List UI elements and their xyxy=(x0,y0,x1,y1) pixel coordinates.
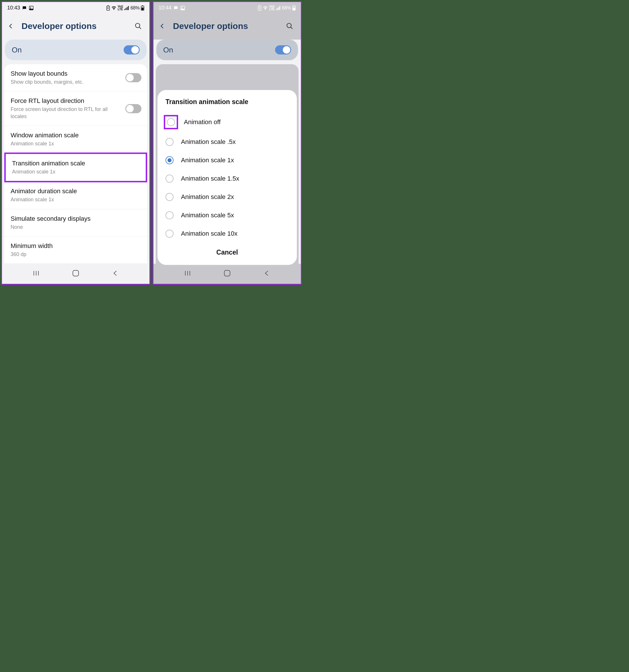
svg-point-1 xyxy=(30,7,31,8)
page-header: Developer options xyxy=(2,13,149,40)
master-toggle-row[interactable]: On xyxy=(156,40,298,60)
master-toggle-switch[interactable] xyxy=(275,45,291,54)
search-button[interactable] xyxy=(133,21,144,31)
svg-rect-9 xyxy=(142,5,143,6)
toggle-switch[interactable] xyxy=(125,73,141,82)
signal-icon xyxy=(276,6,281,10)
battery-text: 68% xyxy=(282,5,291,10)
image-icon xyxy=(29,5,34,10)
page-title: Developer options xyxy=(173,21,279,31)
svg-rect-7 xyxy=(128,6,129,10)
svg-point-17 xyxy=(182,7,182,8)
setting-sub: Animation scale 1x xyxy=(10,196,141,203)
phone-left: 10:43 Vo))LTE 68% xyxy=(1,1,150,285)
svg-rect-31 xyxy=(224,270,230,276)
master-toggle-label: On xyxy=(12,46,22,54)
chat-icon xyxy=(173,5,179,10)
status-time: 10:43 xyxy=(7,5,20,11)
radio-icon xyxy=(165,138,173,146)
battery-saver-icon xyxy=(106,5,110,10)
navigation-bar xyxy=(154,264,301,284)
radio-label: Animation scale 5x xyxy=(181,212,234,219)
home-button[interactable] xyxy=(70,269,81,278)
status-bar: 10:43 Vo))LTE 68% xyxy=(2,2,149,13)
radio-option-scale-5x[interactable]: Animation scale 5x xyxy=(164,206,290,224)
radio-label: Animation scale .5x xyxy=(181,138,236,146)
back-nav-button[interactable] xyxy=(110,269,121,278)
status-bar: 10:44 Vo))LTE 68% xyxy=(154,2,301,13)
toggle-switch[interactable] xyxy=(125,104,141,113)
setting-title: Transition animation scale xyxy=(12,160,140,167)
radio-option-animation-off[interactable]: Animation off xyxy=(164,112,290,133)
radio-option-scale-2x[interactable]: Animation scale 2x xyxy=(164,188,290,206)
setting-force-rtl[interactable]: Force RTL layout direction Force screen … xyxy=(4,92,147,126)
svg-rect-19 xyxy=(259,5,260,6)
svg-point-27 xyxy=(287,23,291,27)
back-button[interactable] xyxy=(5,21,16,31)
master-toggle-switch[interactable] xyxy=(124,45,140,54)
signal-icon xyxy=(124,6,130,10)
radio-label: Animation scale 1.5x xyxy=(181,175,239,182)
svg-point-11 xyxy=(135,23,140,27)
setting-transition-animation[interactable]: Transition animation scale Animation sca… xyxy=(4,152,147,182)
cancel-button[interactable]: Cancel xyxy=(164,243,290,259)
radio-icon xyxy=(165,211,173,219)
battery-icon xyxy=(141,5,144,10)
radio-option-scale-1x[interactable]: Animation scale 1x xyxy=(164,151,290,169)
radio-label: Animation scale 1x xyxy=(181,157,234,164)
setting-show-layout-bounds[interactable]: Show layout bounds Show clip bounds, mar… xyxy=(4,64,147,92)
radio-icon xyxy=(165,156,173,164)
recents-button[interactable] xyxy=(182,269,193,278)
setting-title: Minimum width xyxy=(10,242,141,250)
wifi-icon xyxy=(263,6,268,10)
highlight-box xyxy=(164,115,178,129)
settings-list: Show layout bounds Show clip bounds, mar… xyxy=(4,64,147,264)
radio-option-scale-15x[interactable]: Animation scale 1.5x xyxy=(164,169,290,188)
navigation-bar xyxy=(2,264,149,284)
setting-title: Simulate secondary displays xyxy=(10,215,141,222)
battery-saver-icon xyxy=(258,5,262,10)
svg-rect-25 xyxy=(294,5,295,6)
battery-text: 68% xyxy=(131,5,140,10)
master-toggle-row[interactable]: On xyxy=(5,40,146,60)
setting-sub: Animation scale 1x xyxy=(12,168,140,175)
recents-button[interactable] xyxy=(30,269,42,278)
chat-icon xyxy=(22,5,27,10)
setting-title: Window animation scale xyxy=(10,131,141,139)
page-title: Developer options xyxy=(22,21,127,31)
radio-icon xyxy=(167,118,175,126)
image-icon xyxy=(180,5,185,10)
svg-rect-15 xyxy=(73,270,78,276)
svg-rect-10 xyxy=(142,7,144,10)
setting-sub: 360 dp xyxy=(10,251,141,258)
svg-rect-21 xyxy=(277,8,278,10)
setting-sub: Force screen layout direction to RTL for… xyxy=(10,106,121,120)
dialog-title: Transition animation scale xyxy=(164,98,290,106)
setting-title: Force RTL layout direction xyxy=(10,97,121,105)
animation-scale-dialog: Transition animation scale Animation off… xyxy=(158,90,297,265)
battery-icon xyxy=(292,5,296,10)
setting-window-animation[interactable]: Window animation scale Animation scale 1… xyxy=(4,126,147,153)
setting-simulate-secondary[interactable]: Simulate secondary displays None xyxy=(4,209,147,237)
svg-rect-6 xyxy=(127,7,127,10)
svg-rect-20 xyxy=(276,9,277,10)
phone-right: 10:44 Vo))LTE 68% xyxy=(153,1,302,285)
radio-option-scale-10x[interactable]: Animation scale 10x xyxy=(164,224,290,243)
page-header: Developer options xyxy=(154,13,301,40)
svg-rect-26 xyxy=(293,7,295,10)
setting-title: Show layout bounds xyxy=(10,70,121,77)
back-nav-button[interactable] xyxy=(261,269,273,278)
search-button[interactable] xyxy=(284,21,295,31)
radio-icon xyxy=(165,193,173,201)
wifi-icon xyxy=(111,6,116,10)
back-button[interactable] xyxy=(157,21,168,31)
volte-icon: Vo))LTE xyxy=(118,5,123,11)
setting-sub: Show clip bounds, margins, etc. xyxy=(10,78,121,86)
radio-label: Animation off xyxy=(184,118,220,126)
status-time: 10:44 xyxy=(159,5,171,11)
home-button[interactable] xyxy=(222,269,233,278)
setting-animator-duration[interactable]: Animator duration scale Animation scale … xyxy=(4,182,147,209)
setting-minimum-width[interactable]: Minimum width 360 dp xyxy=(4,237,147,264)
radio-option-scale-05x[interactable]: Animation scale .5x xyxy=(164,133,290,151)
svg-rect-4 xyxy=(124,9,125,10)
